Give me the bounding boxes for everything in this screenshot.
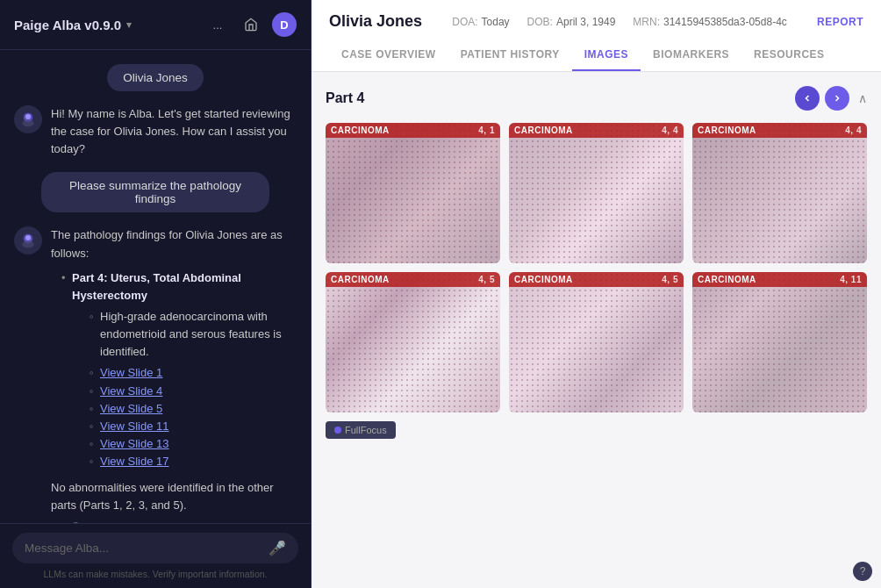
section-controls: ∧ xyxy=(795,86,867,111)
app-header: Paige Alba v0.9.0 ▾ ... D xyxy=(0,0,311,50)
image-card-0[interactable]: CARCINOMA 4, 1 xyxy=(326,123,500,263)
images-section-header: Part 4 ∧ xyxy=(326,86,867,111)
patient-meta: DOA: Today DOB: April 3, 1949 MRN: 31415… xyxy=(452,16,787,28)
dob-label: DOB: xyxy=(527,16,553,28)
view-slide-1-link[interactable]: View Slide 1 xyxy=(100,366,162,379)
view-slide-5-link[interactable]: View Slide 5 xyxy=(100,402,162,415)
image-card-1-label: CARCINOMA 4, 4 xyxy=(509,123,684,138)
help-button[interactable]: ? xyxy=(853,562,872,581)
header-icons: ... D xyxy=(205,12,297,37)
findings-desc: High-grade adenocarcinoma with endometri… xyxy=(100,310,282,358)
bot-message-2-text: The pathology findings for Olivia Jones … xyxy=(51,226,297,523)
dob-value: April 3, 1949 xyxy=(556,16,615,28)
image-card-3-label: CARCINOMA 4, 5 xyxy=(326,272,500,287)
section-title: Part 4 xyxy=(326,90,364,106)
patient-name: Olivia Jones xyxy=(329,12,422,31)
svg-point-2 xyxy=(22,120,34,127)
input-wrapper: 🎤 xyxy=(12,533,298,563)
view-slide-17-link[interactable]: View Slide 17 xyxy=(100,455,169,468)
view-slide-13-link[interactable]: View Slide 13 xyxy=(100,437,169,450)
home-button[interactable] xyxy=(239,12,263,37)
doa-value: Today xyxy=(482,16,510,28)
image-grid: CARCINOMA 4, 1 CARCINOMA 4, 4 CARCINOMA … xyxy=(326,123,867,412)
bot-avatar-2 xyxy=(14,226,42,255)
carcinoma-label-0: CARCINOMA xyxy=(331,125,390,135)
carcinoma-label-5: CARCINOMA xyxy=(698,275,756,284)
mrn-value: 31415945385da3-05d8-4c xyxy=(663,16,787,28)
tabs-row: CASE OVERVIEW PATIENT HISTORY IMAGES BIO… xyxy=(329,39,863,71)
prev-nav-button[interactable] xyxy=(795,86,820,111)
doa-field: DOA: Today xyxy=(452,16,509,28)
image-card-0-label: CARCINOMA 4, 1 xyxy=(326,123,500,138)
app-title[interactable]: Paige Alba v0.9.0 ▾ xyxy=(14,18,132,32)
tab-resources[interactable]: RESOURCES xyxy=(741,39,837,71)
bot-message-2: The pathology findings for Olivia Jones … xyxy=(14,226,297,523)
image-card-4-label: CARCINOMA 4, 5 xyxy=(509,272,684,287)
bot-message-1-text: Hi! My name is Alba. Let's get started r… xyxy=(51,105,297,158)
bot-message-1: Hi! My name is Alba. Let's get started r… xyxy=(14,105,297,158)
message-input[interactable] xyxy=(25,541,261,555)
tab-patient-history[interactable]: PATIENT HISTORY xyxy=(448,39,572,71)
slide-num-4: 4, 5 xyxy=(662,275,678,284)
image-card-3[interactable]: CARCINOMA 4, 5 xyxy=(326,272,500,412)
tab-case-overview[interactable]: CASE OVERVIEW xyxy=(329,39,448,71)
user-message-2-wrapper: Please summarize the pathology findings xyxy=(14,172,297,212)
image-thumb-1 xyxy=(509,123,684,263)
tab-biomarkers[interactable]: BIOMARKERS xyxy=(641,39,741,71)
disclaimer-text: LLMs can make mistakes. Verify important… xyxy=(12,563,298,583)
image-card-5[interactable]: CARCINOMA 4, 11 xyxy=(692,272,867,412)
carcinoma-label-2: CARCINOMA xyxy=(698,125,756,135)
user-avatar[interactable]: D xyxy=(272,12,297,37)
image-thumb-0 xyxy=(326,123,500,263)
mic-icon[interactable]: 🎤 xyxy=(269,540,286,556)
svg-point-6 xyxy=(22,241,34,248)
patient-info-row: Olivia Jones DOA: Today DOB: April 3, 19… xyxy=(329,12,863,31)
chevron-down-icon: ▾ xyxy=(126,19,132,31)
slide-num-5: 4, 11 xyxy=(840,275,862,284)
dob-field: DOB: April 3, 1949 xyxy=(527,16,616,28)
image-card-4[interactable]: CARCINOMA 4, 5 xyxy=(509,272,684,412)
image-card-5-label: CARCINOMA 4, 11 xyxy=(692,272,867,287)
ellipsis-icon: ... xyxy=(213,18,223,32)
doa-label: DOA: xyxy=(452,16,477,28)
mrn-label: MRN: xyxy=(633,16,660,28)
carcinoma-label-1: CARCINOMA xyxy=(514,125,573,135)
report-button[interactable]: REPORT xyxy=(817,16,863,28)
image-card-1[interactable]: CARCINOMA 4, 4 xyxy=(509,123,684,263)
slide-num-1: 4, 4 xyxy=(662,125,678,135)
collapse-button[interactable]: ∧ xyxy=(858,91,867,105)
app-title-text: Paige Alba v0.9.0 xyxy=(14,18,121,32)
bot-findings-intro: The pathology findings for Olivia Jones … xyxy=(51,228,283,259)
input-area: 🎤 LLMs can make mistakes. Verify importa… xyxy=(0,523,311,588)
view-slide-11-link[interactable]: View Slide 11 xyxy=(100,419,169,433)
slide-num-3: 4, 5 xyxy=(478,275,495,284)
image-thumb-5 xyxy=(692,272,867,412)
full-focus-badge: FullFocus xyxy=(326,421,396,439)
user-message-1: Olivia Jones xyxy=(107,64,204,91)
image-card-2[interactable]: CARCINOMA 4, 4 xyxy=(692,123,867,263)
patient-header: Olivia Jones DOA: Today DOB: April 3, 19… xyxy=(312,0,881,72)
image-thumb-4 xyxy=(509,272,684,412)
right-panel: Olivia Jones DOA: Today DOB: April 3, 19… xyxy=(312,0,881,588)
findings-header: Part 4: Uterus, Total Abdominal Hysterec… xyxy=(72,271,241,302)
tab-images[interactable]: IMAGES xyxy=(572,39,641,71)
next-nav-button[interactable] xyxy=(825,86,849,111)
carcinoma-label-3: CARCINOMA xyxy=(331,275,390,284)
tabs: CASE OVERVIEW PATIENT HISTORY IMAGES BIO… xyxy=(329,39,837,71)
slide-num-0: 4, 1 xyxy=(478,125,495,135)
image-card-2-label: CARCINOMA 4, 4 xyxy=(692,123,867,138)
full-focus-dot xyxy=(334,427,341,434)
user-message-1-wrapper: Olivia Jones xyxy=(14,64,297,91)
slide-num-2: 4, 4 xyxy=(845,125,862,135)
image-thumb-3 xyxy=(326,272,500,412)
chat-area: Olivia Jones Hi! My name is Alba. Let's … xyxy=(0,50,311,523)
mrn-field: MRN: 31415945385da3-05d8-4c xyxy=(633,16,786,28)
more-options-button[interactable]: ... xyxy=(205,12,230,37)
slide-links: View Slide 1 View Slide 4 View Slide 5 V… xyxy=(90,364,297,470)
view-slide-4-link[interactable]: View Slide 4 xyxy=(100,384,162,398)
svg-point-3 xyxy=(25,114,31,119)
svg-point-7 xyxy=(25,235,31,240)
bot-avatar-1 xyxy=(14,105,42,133)
full-focus-label: FullFocus xyxy=(345,425,387,435)
no-abnormalities-text: No abnormalities were identified in the … xyxy=(51,479,297,514)
